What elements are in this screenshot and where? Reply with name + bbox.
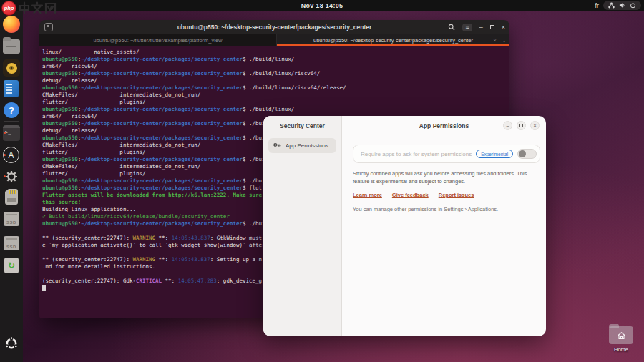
sidebar-item-app-permissions[interactable]: App Permissions: [268, 138, 336, 153]
network-icon: [608, 2, 615, 9]
tab-platform-view[interactable]: ubuntu@p550: ~/flutter/flutter/examples/…: [39, 34, 277, 46]
dock-separator: [4, 121, 19, 122]
tab-close-icon[interactable]: ×: [493, 37, 497, 44]
dock-help-icon[interactable]: ?: [3, 102, 20, 119]
experimental-badge: Experimental: [476, 150, 513, 158]
key-icon: [273, 142, 281, 150]
home-folder-icon: [609, 326, 633, 344]
dock-files-icon[interactable]: [3, 38, 20, 55]
minimize-icon[interactable]: –: [479, 24, 483, 31]
security-center-sidebar: Security Center App Permissions: [263, 116, 342, 336]
report-issues-link[interactable]: Report issues: [439, 192, 474, 198]
learn-more-link[interactable]: Learn more: [353, 192, 382, 198]
give-feedback-link[interactable]: Give feedback: [392, 192, 429, 198]
dock-terminal-icon[interactable]: >_: [3, 124, 20, 142]
security-center-window: Security Center App Permissions App Perm…: [263, 116, 546, 336]
security-center-headerbar[interactable]: App Permissions – ×: [342, 116, 546, 136]
home-label: Home: [605, 346, 637, 353]
running-indicator: [4, 132, 6, 134]
terminal-line: ubuntu@p550:~/desktop-security-center/pa…: [42, 70, 509, 77]
terminal-line: debug/ release/: [42, 77, 509, 84]
description-text: Strictly confined apps will ask you befo…: [353, 170, 536, 186]
terminal-line: ubuntu@p550:~/desktop-security-center/pa…: [42, 84, 509, 92]
terminal-tabbar: ubuntu@p550: ~/flutter/flutter/examples/…: [39, 34, 509, 46]
terminal-headerbar[interactable]: ubuntu@p550: ~/desktop-security-center/p…: [39, 20, 509, 34]
terminal-line: linux/ native_assets/: [42, 49, 509, 56]
terminal-line: CMakeFiles/ intermediates_do_not_run/: [42, 92, 509, 99]
footnote-text: You can manage other permissions in Sett…: [353, 206, 498, 212]
sidebar-title: Security Center: [263, 122, 341, 129]
power-icon: [630, 2, 636, 9]
keyboard-layout-indicator[interactable]: fr: [595, 2, 600, 9]
search-icon[interactable]: [448, 21, 455, 34]
desktop: Nov 18 14:05 fr php 中文网 ? >_: [0, 0, 644, 362]
terminal-line: ubuntu@p550:~/desktop-security-center/pa…: [42, 106, 509, 113]
dock-show-apps-icon[interactable]: [3, 335, 20, 352]
php-logo-icon: php: [1, 1, 16, 16]
dock-settings-icon[interactable]: [3, 168, 20, 185]
permission-label: Require apps to ask for system permissio…: [361, 151, 472, 157]
dock-trash-icon[interactable]: ↻: [3, 257, 20, 274]
close-icon[interactable]: ×: [502, 24, 505, 31]
maximize-icon[interactable]: [490, 25, 494, 29]
dock-ssd-drive-icon[interactable]: SSD: [3, 210, 20, 228]
tab-security-center[interactable]: ubuntu@p550: ~/desktop-security-center/p…: [277, 34, 509, 46]
dock-rhythmbox-icon[interactable]: [3, 59, 20, 77]
cjk-glyphs-icon: [18, 1, 57, 14]
dock-firefox-icon[interactable]: [3, 16, 20, 33]
home-desktop-icon[interactable]: Home: [605, 326, 637, 353]
terminal-line: ubuntu@p550:~/desktop-security-center/pa…: [42, 56, 509, 63]
clock[interactable]: Nov 18 14:05: [301, 2, 343, 9]
running-indicator: [4, 175, 6, 177]
dock-app-center-icon[interactable]: A: [3, 147, 20, 164]
dock-sdcard-icon[interactable]: [3, 188, 20, 205]
volume-icon: [619, 2, 625, 9]
dock-writer-icon[interactable]: [3, 80, 20, 97]
links-row: Learn more Give feedback Report issues: [353, 192, 474, 198]
terminal-title: ubuntu@p550: ~/desktop-security-center/p…: [39, 24, 509, 31]
tab-label: ubuntu@p550: ~/desktop-security-center/p…: [313, 37, 473, 44]
minimize-icon[interactable]: –: [503, 121, 512, 130]
dock-ssd-drive-2-icon[interactable]: SSD: [3, 235, 20, 252]
ubuntu-logo-icon: [3, 335, 20, 352]
status-menu[interactable]: [603, 1, 641, 10]
toggle-knob: [519, 150, 526, 157]
permissions-toggle[interactable]: [517, 149, 537, 159]
system-tray[interactable]: fr: [595, 1, 642, 10]
permission-card: Require apps to ask for system permissio…: [353, 145, 540, 163]
new-tab-icon[interactable]: [44, 23, 53, 31]
dock: ? >_ A SSD SSD ↻: [0, 11, 23, 362]
top-bar: Nov 18 14:05 fr: [0, 0, 644, 11]
close-icon[interactable]: ×: [530, 121, 540, 130]
terminal-line: arm64/ riscv64/: [42, 63, 509, 70]
menu-icon[interactable]: ≡: [462, 24, 472, 31]
php-watermark: php 中文网: [1, 0, 57, 16]
chevron-down-icon[interactable]: ⌄: [502, 37, 507, 44]
sidebar-item-label: App Permissions: [286, 142, 328, 149]
maximize-icon[interactable]: [517, 121, 526, 130]
terminal-line: flutter/ plugins/: [42, 99, 509, 106]
security-center-main: App Permissions – × Require apps to ask …: [342, 116, 546, 336]
running-indicator: [4, 154, 6, 156]
